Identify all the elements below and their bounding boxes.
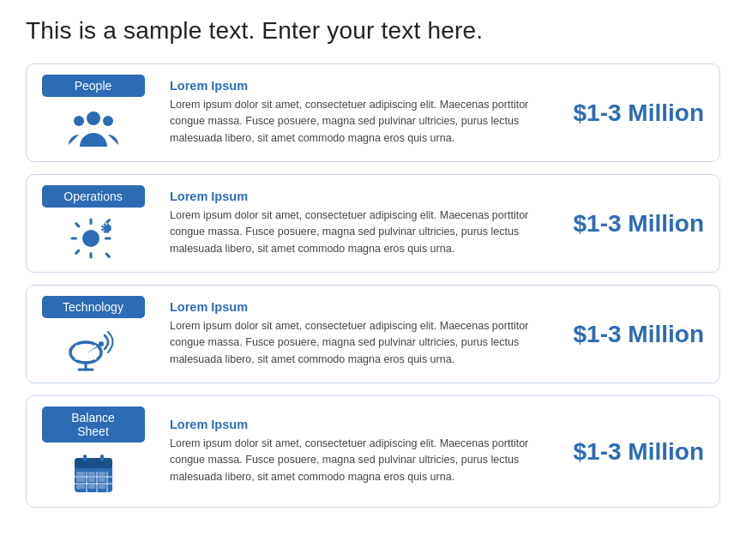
card-content-operations: Lorem Ipsum Lorem ipsum dolor sit amet, … bbox=[159, 190, 565, 257]
card-label-technology: Technology bbox=[42, 296, 145, 318]
svg-rect-21 bbox=[99, 472, 105, 476]
card-label-operations: Operations bbox=[42, 185, 145, 208]
svg-rect-13 bbox=[100, 455, 104, 461]
card-label-area-balance-sheet: Balance Sheet bbox=[27, 406, 159, 497]
card-content-body-people: Lorem ipsum dolor sit amet, consectetuer… bbox=[170, 97, 565, 147]
operations-icon bbox=[68, 214, 119, 262]
svg-point-5 bbox=[99, 341, 104, 346]
card-amount-balance-sheet: $1-3 Million bbox=[565, 438, 704, 466]
card-label-area-people: People bbox=[27, 75, 159, 151]
svg-rect-11 bbox=[75, 458, 112, 468]
card-content-body-operations: Lorem ipsum dolor sit amet, consectetuer… bbox=[170, 208, 565, 257]
svg-rect-26 bbox=[88, 485, 95, 489]
card-content-people: Lorem Ipsum Lorem ipsum dolor sit amet, … bbox=[159, 79, 565, 147]
card-amount-technology: $1-3 Million bbox=[565, 321, 704, 348]
svg-rect-22 bbox=[76, 478, 85, 482]
card-content-title-operations: Lorem Ipsum bbox=[170, 190, 565, 203]
balance-sheet-icon bbox=[68, 449, 119, 497]
svg-rect-19 bbox=[76, 472, 85, 476]
svg-rect-24 bbox=[99, 478, 105, 482]
card-content-title-technology: Lorem Ipsum bbox=[170, 300, 565, 314]
svg-rect-27 bbox=[99, 485, 105, 489]
card-label-area-operations: Operations bbox=[27, 185, 159, 262]
card-label-area-technology: Technology bbox=[27, 296, 159, 372]
card-label-balance-sheet: Balance Sheet bbox=[42, 406, 145, 443]
card-content-technology: Lorem Ipsum Lorem ipsum dolor sit amet, … bbox=[159, 300, 565, 368]
card-people: People Lorem Ipsum Lorem ipsum dolor sit… bbox=[26, 63, 720, 162]
card-operations: Operations Lorem Ipsum Lorem ipsum dolor… bbox=[26, 174, 720, 273]
svg-point-1 bbox=[74, 116, 84, 126]
svg-rect-25 bbox=[76, 485, 85, 489]
card-technology: Technology bbox=[26, 285, 720, 383]
card-content-body-balance-sheet: Lorem ipsum dolor sit amet, consectetuer… bbox=[170, 436, 565, 485]
card-balance-sheet: Balance Sheet bbox=[26, 395, 720, 508]
svg-rect-20 bbox=[88, 472, 95, 476]
page-title: This is a sample text. Enter your text h… bbox=[26, 17, 720, 45]
svg-rect-23 bbox=[88, 478, 95, 482]
technology-icon bbox=[68, 325, 119, 372]
svg-rect-12 bbox=[83, 455, 87, 461]
svg-point-0 bbox=[87, 111, 100, 125]
cards-container: People Lorem Ipsum Lorem ipsum dolor sit… bbox=[26, 63, 720, 508]
card-amount-operations: $1-3 Million bbox=[565, 210, 704, 238]
svg-point-2 bbox=[103, 116, 113, 126]
card-amount-people: $1-3 Million bbox=[565, 99, 704, 127]
people-icon bbox=[68, 104, 119, 151]
card-content-title-people: Lorem Ipsum bbox=[170, 79, 565, 93]
card-content-title-balance-sheet: Lorem Ipsum bbox=[170, 418, 565, 431]
card-content-balance-sheet: Lorem Ipsum Lorem ipsum dolor sit amet, … bbox=[159, 418, 565, 485]
card-content-body-technology: Lorem ipsum dolor sit amet, consectetuer… bbox=[170, 318, 565, 368]
card-label-people: People bbox=[42, 75, 145, 97]
